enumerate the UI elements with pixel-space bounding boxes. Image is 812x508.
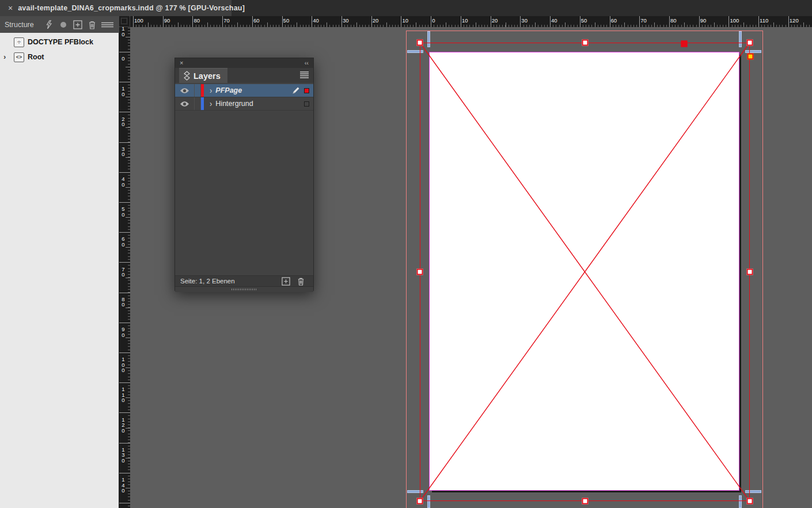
layer-name: Hintergrund xyxy=(215,100,290,108)
handle-bottom-center[interactable] xyxy=(582,498,589,505)
h-ruler-label: 40 xyxy=(551,18,557,24)
selection-proxy-square[interactable] xyxy=(304,101,309,107)
delete-layer-icon[interactable] xyxy=(293,275,308,287)
visibility-eye-icon[interactable] xyxy=(175,84,195,97)
layer-color-bar xyxy=(201,97,204,110)
h-ruler-label: 80 xyxy=(193,18,200,24)
v-ruler-label: 130 xyxy=(121,447,126,464)
layer-color-bar xyxy=(201,84,204,97)
layers-status-bar: Seite: 1, 2 Ebenen xyxy=(175,275,313,286)
layers-tab-label: Layers xyxy=(193,71,221,81)
layer-row-pfpage[interactable]: ›PFPage xyxy=(175,84,313,97)
handle-top-center[interactable] xyxy=(582,40,589,46)
structure-panel-header: Structure xyxy=(0,16,119,33)
h-ruler-label: 120 xyxy=(790,18,799,24)
handle-bottom-right[interactable] xyxy=(747,498,753,505)
document-tab[interactable]: × avail-template_DINA6_cropmarks.indd @ … xyxy=(0,0,232,16)
h-ruler-label: 70 xyxy=(640,18,647,24)
layer-expand-chevron-icon[interactable]: › xyxy=(210,98,212,108)
visibility-eye-icon[interactable] xyxy=(175,97,195,110)
layer-expand-chevron-icon[interactable]: › xyxy=(210,85,212,94)
layers-panel: × ‹‹ Layers ›PFPage›Hintergrund Seite: 1… xyxy=(174,58,314,291)
selection-proxy-square[interactable] xyxy=(304,88,309,93)
expand-chevron-icon[interactable]: › xyxy=(3,54,10,60)
h-ruler-label: 100 xyxy=(730,18,739,24)
flash-icon[interactable] xyxy=(42,19,56,31)
h-ruler-label: 60 xyxy=(611,18,617,24)
h-ruler-label: 90 xyxy=(164,18,170,24)
structure-item-label: Root xyxy=(28,53,44,61)
v-ruler-label: 0 xyxy=(121,56,126,62)
h-ruler-label: 20 xyxy=(492,18,498,24)
add-item-icon[interactable] xyxy=(70,19,85,31)
v-ruler-label: 90 xyxy=(121,327,126,338)
h-ruler-label: 100 xyxy=(134,18,143,24)
panel-collapse-icon[interactable]: ‹‹ xyxy=(305,60,309,66)
layers-status-text: Seite: 1, 2 Ebenen xyxy=(180,278,278,285)
h-ruler-label: 50 xyxy=(283,18,290,24)
handle-top-left[interactable] xyxy=(417,40,423,46)
v-ruler-label: 40 xyxy=(121,176,126,187)
panel-cycle-icon xyxy=(184,71,190,81)
handle-top-right[interactable] xyxy=(747,40,753,46)
structure-panel-title: Structure xyxy=(5,21,34,29)
h-ruler-label: 20 xyxy=(373,18,379,24)
h-ruler-label: 10 xyxy=(462,18,468,24)
new-layer-icon[interactable] xyxy=(278,275,293,287)
layers-tab[interactable]: Layers xyxy=(179,68,227,83)
panel-menu-icon[interactable] xyxy=(100,19,115,31)
h-ruler-label: 70 xyxy=(223,18,230,24)
h-ruler-label: 80 xyxy=(670,18,677,24)
layers-list: ›PFPage›Hintergrund xyxy=(175,83,313,276)
h-ruler-label: 30 xyxy=(343,18,349,24)
handle-middle-right[interactable] xyxy=(747,269,753,275)
corner-edit-widget[interactable] xyxy=(748,54,754,60)
pen-edit-icon xyxy=(290,86,302,94)
structure-item-root[interactable]: ›<>Root xyxy=(0,51,119,63)
panel-close-icon[interactable]: × xyxy=(180,60,183,66)
h-ruler-label: 60 xyxy=(253,18,260,24)
trash-icon[interactable] xyxy=(85,19,99,31)
v-ruler-label: 110 xyxy=(121,386,126,403)
lock-toggle-cell[interactable] xyxy=(195,84,201,97)
layer-name: PFPage xyxy=(215,86,290,94)
document-tab-bar: × avail-template_DINA6_cropmarks.indd @ … xyxy=(0,0,812,16)
h-ruler-label: 40 xyxy=(313,18,319,24)
v-ruler-label: 70 xyxy=(121,267,126,278)
v-ruler-label: 120 xyxy=(121,417,126,434)
h-ruler-label: 50 xyxy=(581,18,587,24)
handle-bottom-left[interactable] xyxy=(417,498,423,505)
horizontal-ruler[interactable]: 1009080706050403020100102030405060708090… xyxy=(130,16,812,27)
anchor-marker[interactable] xyxy=(681,41,688,47)
tab-close-icon[interactable]: × xyxy=(8,4,13,12)
layers-menu-icon[interactable] xyxy=(300,71,309,78)
document-title: avail-template_DINA6_cropmarks.indd @ 17… xyxy=(18,4,245,12)
panel-resize-handle[interactable] xyxy=(175,286,313,292)
v-ruler-label: 140 xyxy=(121,477,126,494)
v-ruler-label: 50 xyxy=(121,206,126,217)
record-icon[interactable] xyxy=(56,19,71,31)
v-ruler-label: 10 xyxy=(121,26,126,37)
structure-item-doctype-pfblock[interactable]: ⁘DOCTYPE PFBlock xyxy=(0,36,119,48)
lock-toggle-cell[interactable] xyxy=(195,97,201,110)
h-ruler-label: 0 xyxy=(432,18,435,24)
v-ruler-label: 80 xyxy=(121,297,126,308)
element-icon: <> xyxy=(14,52,24,62)
structure-panel: Structure ⁘DOCTYPE PFBlock›<>Root xyxy=(0,16,119,508)
handle-middle-left[interactable] xyxy=(417,269,423,275)
h-ruler-label: 10 xyxy=(402,18,408,24)
application-window: 1009080706050403020100102030405060708090… xyxy=(0,0,812,508)
v-ruler-label: 10 xyxy=(121,86,126,97)
vertical-ruler[interactable]: 100102030405060708090100110120130140150 xyxy=(119,27,130,508)
h-ruler-label: 30 xyxy=(521,18,528,24)
v-ruler-label: 30 xyxy=(121,146,126,157)
empty-frame-cross xyxy=(420,43,749,501)
v-ruler-label: 20 xyxy=(121,116,126,127)
h-ruler-label: 110 xyxy=(760,18,768,24)
v-ruler-label: 100 xyxy=(121,357,126,373)
layers-panel-titlebar[interactable]: × ‹‹ xyxy=(175,58,313,68)
layer-row-hintergrund[interactable]: ›Hintergrund xyxy=(175,97,313,111)
layers-tab-row: Layers xyxy=(175,68,313,83)
structure-tree: ⁘DOCTYPE PFBlock›<>Root xyxy=(0,33,119,508)
selected-graphic-frame[interactable] xyxy=(420,43,750,501)
